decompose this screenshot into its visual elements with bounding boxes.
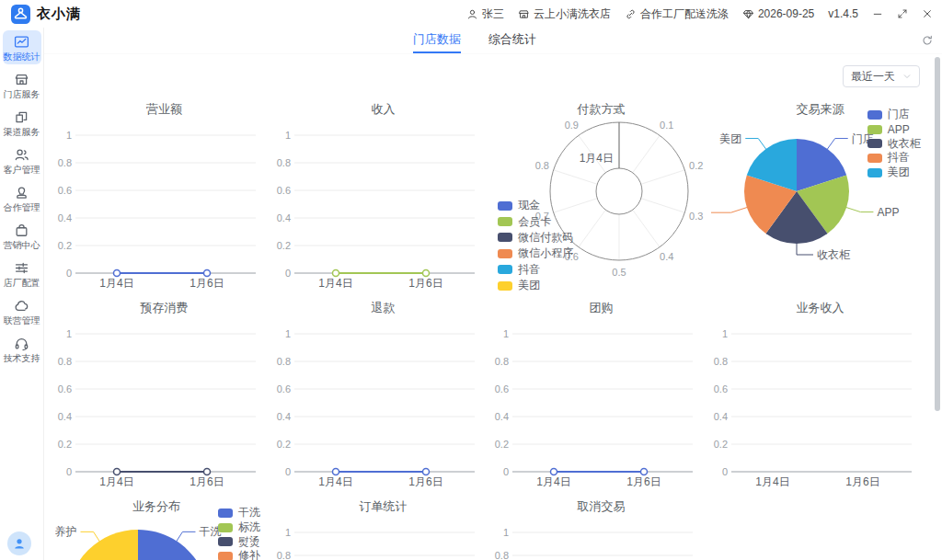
legend-swatch <box>218 537 233 546</box>
date-range-value: 最近一天 <box>851 69 895 85</box>
y-axis-tick: 0 <box>284 268 290 279</box>
y-axis-tick: 1 <box>66 328 72 339</box>
date-range-select[interactable]: 最近一天 <box>843 65 920 87</box>
user-avatar[interactable] <box>7 531 31 555</box>
pie-callout-label: APP <box>877 206 899 219</box>
y-axis-tick: 0.2 <box>58 439 72 450</box>
close-button[interactable] <box>922 8 933 19</box>
legend-item[interactable]: 修补 <box>218 549 260 560</box>
minimize-button[interactable] <box>872 8 883 19</box>
legend-item[interactable]: 干洗 <box>218 506 260 520</box>
sidebar-item-customer-mgmt[interactable]: 客户管理 <box>3 143 41 177</box>
y-axis-tick: 0.4 <box>58 212 72 223</box>
sidebar-item-marketing-center[interactable]: 营销中心 <box>3 219 41 253</box>
sidebar-item-data-stats[interactable]: 数据统计 <box>3 30 41 64</box>
customers-icon <box>14 147 29 163</box>
legend-swatch <box>218 552 233 560</box>
legend-item[interactable]: 会员卡 <box>498 213 573 229</box>
sidebar-item-channel-service[interactable]: 渠道服务 <box>3 106 41 140</box>
y-axis-tick: 0.2 <box>276 439 290 450</box>
legend-label: 会员卡 <box>518 214 551 230</box>
y-axis-tick: 0 <box>503 466 509 477</box>
y-axis-tick: 0.6 <box>58 185 72 196</box>
y-axis-tick: 0.2 <box>58 240 72 251</box>
sidebar-item-label: 技术支持 <box>4 353 40 363</box>
sidebar-item-store-config[interactable]: 店厂配置 <box>3 257 41 291</box>
legend-item[interactable]: 标洗 <box>218 520 260 535</box>
scrollbar-thumb[interactable] <box>935 57 940 411</box>
legend-item[interactable]: 微信小程序 <box>498 246 573 261</box>
chart-title: 业务分布 <box>132 499 180 513</box>
sidebar-item-label: 数据统计 <box>4 51 40 62</box>
user-menu[interactable]: 张三 <box>466 6 504 22</box>
x-axis-tick: 1月6日 <box>408 277 442 290</box>
app-logo-icon <box>11 5 30 24</box>
line-chart-canvas: 收入10.80.60.40.201月4日1月6日 <box>274 97 492 295</box>
headset-icon <box>14 336 29 351</box>
y-axis-tick: 0.4 <box>276 411 290 422</box>
chart-revenue: 营业额10.80.60.40.201月4日1月6日 <box>55 97 273 295</box>
main-area: 门店数据综合统计 最近一天 营业额10.80.60.40.201月4日1月6日收… <box>44 28 942 560</box>
chart-source: 交易来源门店APP收衣柜美团门店APP收衣柜抖音美团 <box>711 97 929 295</box>
legend-item[interactable]: 收衣柜 <box>867 136 921 151</box>
legend-swatch <box>498 249 512 258</box>
chart-title: 团购 <box>590 301 614 314</box>
tab-summary-stats[interactable]: 综合统计 <box>488 28 536 53</box>
maximize-button[interactable] <box>897 8 908 19</box>
mode-menu[interactable]: 合作工厂配送洗涤 <box>625 6 729 22</box>
x-axis-tick: 1月6日 <box>190 277 224 290</box>
legend-label: 熨烫 <box>238 534 260 550</box>
legend-item[interactable]: 现金 <box>498 198 573 213</box>
angle-axis-tick: 0.3 <box>689 211 703 222</box>
legend-item[interactable]: 熨烫 <box>218 534 260 549</box>
y-axis-tick: 0.6 <box>714 383 728 394</box>
store-name: 云上小满洗衣店 <box>534 6 611 22</box>
store-menu[interactable]: 云上小满洗衣店 <box>518 6 611 22</box>
y-axis-tick: 1 <box>722 328 728 339</box>
charts-grid: 营业额10.80.60.40.201月4日1月6日收入10.80.60.40.2… <box>44 54 942 560</box>
legend-item[interactable]: 微信付款码 <box>498 230 573 246</box>
x-axis-tick: 1月4日 <box>318 277 352 290</box>
person-icon <box>466 8 478 20</box>
scrollbar[interactable] <box>935 57 941 507</box>
sidebar-item-cooperation-mgmt[interactable]: 合作管理 <box>3 181 41 215</box>
sidebar-item-alliance-mgmt[interactable]: 联营管理 <box>3 294 41 328</box>
legend-swatch <box>867 125 882 134</box>
y-axis-tick: 0.6 <box>495 383 509 394</box>
tab-store-data[interactable]: 门店数据 <box>413 28 461 53</box>
refresh-button[interactable] <box>921 34 934 51</box>
y-axis-tick: 1 <box>503 328 509 339</box>
maximize-icon <box>897 8 908 19</box>
line-chart-canvas: 退款10.80.60.40.201月4日1月6日 <box>274 295 492 494</box>
y-axis-tick: 0.8 <box>276 550 290 560</box>
legend-label: 美团 <box>888 165 910 180</box>
legend-item[interactable]: APP <box>867 122 921 137</box>
x-axis-tick: 1月4日 <box>99 277 133 290</box>
legend-item[interactable]: 美团 <box>867 166 921 180</box>
sidebar-item-label: 客户管理 <box>4 165 40 175</box>
marketing-icon <box>14 223 29 238</box>
legend-item[interactable]: 抖音 <box>867 151 921 166</box>
sidebar-item-tech-support[interactable]: 技术支持 <box>3 332 41 366</box>
titlebar-right: 张三 云上小满洗衣店 合作工厂配送洗涤 2026-09-25 v1.4.5 <box>466 6 933 22</box>
legend-label: 微信付款码 <box>518 230 573 246</box>
legend-swatch <box>867 168 882 177</box>
legend-label: 微信小程序 <box>518 246 573 261</box>
legend-item[interactable]: 门店 <box>867 108 921 122</box>
channel-icon <box>14 109 29 125</box>
y-axis-tick: 0 <box>66 268 72 279</box>
chart-orders: 订单统计10.80.60.40.201月4日1月6日 <box>274 494 492 560</box>
y-axis-tick: 1 <box>503 527 509 538</box>
titlebar: 衣小满 张三 云上小满洗衣店 合作工厂配送洗涤 2026-09-25 v1.4.… <box>0 0 942 28</box>
legend-item[interactable]: 美团 <box>498 278 573 293</box>
line-chart-canvas: 业务收入10.80.60.40.201月4日1月6日 <box>711 295 929 494</box>
mode-name: 合作工厂配送洗涤 <box>640 6 729 22</box>
sidebar-item-store-service[interactable]: 门店服务 <box>3 68 41 102</box>
tabbar: 门店数据综合统计 <box>44 28 942 54</box>
legend-swatch <box>218 523 233 532</box>
legend-item[interactable]: 抖音 <box>498 262 573 278</box>
sidebar-item-label: 合作管理 <box>4 202 40 212</box>
y-axis-tick: 0.2 <box>714 439 728 450</box>
y-axis-tick: 0.8 <box>714 356 728 367</box>
pie-callout-label: 收衣柜 <box>817 248 851 261</box>
